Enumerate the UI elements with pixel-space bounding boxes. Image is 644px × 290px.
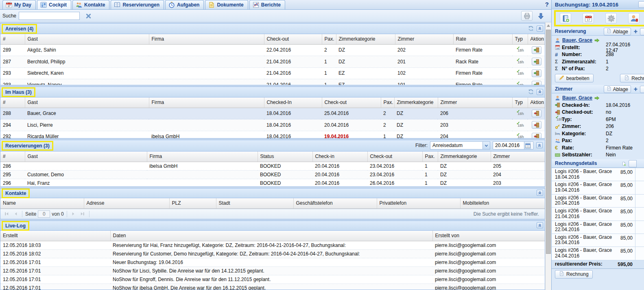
table-row[interactable]: 294Lisci, Pierre18.04.201620.04.20162DZ2…	[0, 119, 545, 131]
sidebar-mini-button[interactable]	[638, 1, 644, 8]
table-row[interactable]: 287Berchtold, Philipp21.04.20161DZ201Rac…	[0, 56, 545, 68]
go-arrow-icon[interactable]	[594, 95, 600, 101]
ablage-button[interactable]: Ablage	[604, 28, 631, 35]
column-header-rate[interactable]: Rate	[453, 34, 512, 44]
column-header-gesch-ftstelefon[interactable]: Geschäftstelefon	[293, 198, 377, 208]
export-download-button[interactable]	[535, 11, 546, 21]
column-header--[interactable]: #	[0, 151, 25, 162]
filter-date-input[interactable]	[493, 143, 524, 148]
add-contact-icon[interactable]	[628, 13, 640, 24]
column-header-gast[interactable]: Gast	[25, 151, 147, 162]
column-header-status[interactable]: Status	[258, 151, 312, 162]
column-header-zimmer[interactable]: Zimmer	[438, 97, 512, 108]
table-row[interactable]: 296Hai, FranzBOOKED20.04.201626.04.20161…	[0, 179, 545, 187]
tab-cockpit[interactable]: Cockpit	[37, 0, 71, 9]
column-header-name[interactable]: Name	[0, 198, 84, 208]
column-header-zimmerkategorie[interactable]: Zimmerkategorie	[336, 34, 395, 44]
tab-kontakte[interactable]: Kontakte	[72, 0, 109, 9]
search-input[interactable]	[19, 12, 80, 20]
column-header--[interactable]: #	[0, 34, 25, 44]
clear-search-icon[interactable]	[84, 12, 93, 20]
column-header-privattelefon[interactable]: Privattelefon	[377, 198, 460, 208]
add-invoice-item-icon[interactable]	[620, 160, 627, 167]
checkin-door-button[interactable]	[532, 69, 541, 77]
invoice-item[interactable]: Logis #206 - Bauer, Grace23.04.201685,00	[552, 234, 644, 247]
guest-link[interactable]: Bauer, Grace	[562, 95, 592, 101]
scroll-up-icon[interactable]	[546, 22, 551, 29]
column-header-zimmerkategorie[interactable]: Zimmerkategorie	[394, 97, 438, 108]
collapse-panel-icon[interactable]	[536, 142, 543, 148]
column-header-zimmerkategorie[interactable]: Zimmerkategorie	[438, 151, 491, 162]
column-header-firma[interactable]: Firma	[149, 97, 264, 108]
invoice-item[interactable]: Logis #206 - Bauer, Grace20.04.201685,00	[552, 195, 644, 208]
table-row[interactable]: 288Bauer, Grace18.04.201625.04.20162DZ20…	[0, 108, 545, 119]
vertical-scrollbar[interactable]	[545, 22, 551, 290]
settings-gear-icon[interactable]	[605, 13, 617, 24]
table-row[interactable]: 12.05.2016 18:02Reservierung für Custome…	[0, 249, 545, 258]
column-header--[interactable]: #	[0, 97, 25, 108]
column-header-check-out[interactable]: Check-out	[322, 97, 381, 108]
column-header-pax-[interactable]: Pax.	[381, 97, 394, 108]
rechnung-button[interactable]: Rechnung	[555, 270, 593, 279]
invoice-item[interactable]: Logis #206 - Bauer, Grace22.04.201685,00	[552, 221, 644, 234]
help-button[interactable]: ?	[545, 1, 549, 8]
last-page-icon[interactable]	[79, 210, 86, 218]
refresh-icon[interactable]	[527, 25, 535, 32]
invoice-item[interactable]: Logis #206 - Bauer, Grace24.04.201685,00	[552, 247, 644, 260]
table-row[interactable]: 12.05.2016 17:01NoShow für Engroff, Denn…	[0, 275, 545, 284]
prev-page-icon[interactable]	[12, 210, 19, 218]
table-row[interactable]: 293Siebrecht, Karen21.04.20161EZ102Firme…	[0, 67, 545, 79]
column-header-plz[interactable]: PLZ	[169, 198, 216, 208]
checkin-door-button[interactable]	[532, 81, 541, 85]
table-row[interactable]: 292Ricarda Mülleribelsa GmbH18.04.201619…	[0, 131, 545, 139]
go-arrow-icon[interactable]	[594, 38, 600, 43]
next-page-icon[interactable]	[70, 210, 77, 218]
bearbeiten-button[interactable]: bearbeiten	[555, 74, 594, 82]
column-header-gast[interactable]: Gast	[25, 97, 149, 108]
column-header-zimmer[interactable]: Zimmer	[491, 151, 545, 162]
first-page-icon[interactable]	[3, 210, 10, 218]
invoice-item[interactable]: Logis #206 - Bauer, Grace18.04.201685,00	[552, 168, 644, 181]
column-header-mobiltelefon[interactable]: Mobiltelefon	[460, 198, 545, 208]
filter-date-field[interactable]	[493, 141, 533, 149]
collapse-panel-icon[interactable]	[537, 26, 543, 32]
tab-berichte[interactable]: Berichte	[249, 0, 285, 9]
checkin-door-button[interactable]	[532, 58, 541, 65]
column-header-checked-in[interactable]: Checked-In	[264, 97, 322, 108]
checkout-door-button[interactable]	[532, 133, 541, 139]
invoice-item[interactable]: Logis #206 - Bauer, Grace19.04.201685,00	[552, 181, 644, 194]
page-number-input[interactable]	[38, 210, 50, 218]
rechnung-button[interactable]: Rechnung	[620, 74, 644, 82]
collapse-panel-icon[interactable]	[537, 89, 543, 95]
table-row[interactable]: 12.05.2016 17:01NoShow für Lisci, Sybill…	[0, 266, 545, 275]
column-header-typ[interactable]: Typ	[512, 34, 528, 44]
calendar-trigger-icon[interactable]	[524, 142, 531, 149]
column-header-zimmer[interactable]: Zimmer	[395, 34, 453, 44]
column-header-pax-[interactable]: Pax.	[322, 34, 336, 44]
scrollbar-thumb[interactable]	[546, 30, 551, 254]
column-header-stadt[interactable]: Stadt	[216, 198, 293, 208]
tab-my-day[interactable]: 17My Day	[2, 0, 36, 9]
column-header-adresse[interactable]: Adresse	[84, 198, 169, 208]
guest-link[interactable]: Bauer, Grace	[562, 37, 592, 43]
column-header-typ[interactable]: Typ	[512, 97, 528, 108]
collapse-section-button[interactable]	[629, 160, 637, 167]
collapse-section-button[interactable]	[640, 28, 644, 35]
tab-reservierungen[interactable]: Reservierungen	[111, 0, 164, 9]
add-icon[interactable]	[632, 86, 639, 93]
add-icon[interactable]	[632, 28, 639, 35]
collapse-section-button[interactable]	[640, 86, 644, 93]
column-header-aktion[interactable]: Aktion	[528, 34, 545, 44]
column-header-firma[interactable]: Firma	[147, 151, 258, 162]
collapse-panel-icon[interactable]	[537, 222, 543, 228]
table-row[interactable]: 293Viergutz, Nancy21.04.20161EZ101Firmen…	[0, 79, 545, 86]
table-row[interactable]: 12.05.2016 17:01Neuer Buchungstag: 19.04…	[0, 258, 545, 266]
column-header-erstellt-von[interactable]: Erstellt von	[432, 231, 545, 241]
chevron-down-icon[interactable]	[482, 142, 490, 149]
checkout-door-button[interactable]	[532, 110, 541, 117]
filter-select[interactable]: Anreisedatum	[430, 141, 490, 149]
table-row[interactable]: 12.05.2016 18:03Reservierung für Hai, Fr…	[0, 241, 545, 249]
collapse-panel-icon[interactable]	[537, 190, 543, 196]
column-header-check-out[interactable]: Check-out	[264, 34, 322, 44]
ablage-button[interactable]: Ablage	[604, 85, 631, 93]
